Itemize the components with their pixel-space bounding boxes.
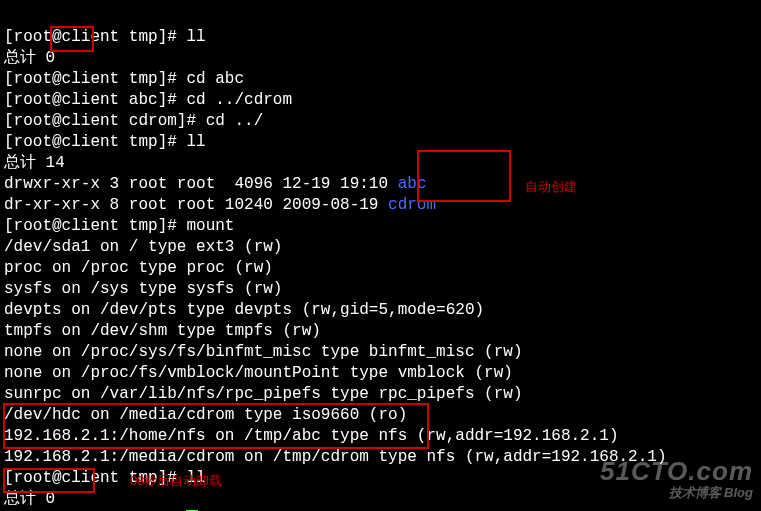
line-cd-cdrom: [root@client abc]# cd ../cdrom	[4, 91, 292, 109]
watermark-site: 51CTO.com	[600, 461, 753, 482]
line-mount-devpts: devpts on /dev/pts type devpts (rw,gid=5…	[4, 301, 484, 319]
line-ls-cdrom: dr-xr-xr-x 8 root root 10240 2009-08-19 …	[4, 196, 436, 214]
line-ll-1: [root@client tmp]# ll	[4, 28, 206, 46]
line-mount-tmpfs: tmpfs on /dev/shm type tmpfs (rw)	[4, 322, 321, 340]
line-mount-proc: proc on /proc type proc (rw)	[4, 259, 273, 277]
line-mount-sunrpc: sunrpc on /var/lib/nfs/rpc_pipefs type r…	[4, 385, 522, 403]
line-mount-nfs-cdrom: 192.168.2.1:/media/cdrom on /tmp/cdrom t…	[4, 448, 667, 466]
note-auto-create: 自动创建	[525, 176, 577, 197]
line-ll-2: [root@client tmp]# ll	[4, 133, 206, 151]
highlight-total-0a	[50, 26, 94, 52]
line-mount-vmblock: none on /proc/fs/vmblock/mountPoint type…	[4, 364, 513, 382]
highlight-dirs	[417, 150, 511, 202]
line-ls-abc: drwxr-xr-x 3 root root 4096 12-19 19:10 …	[4, 175, 426, 193]
highlight-total-0b	[3, 468, 95, 493]
line-mount-sysfs: sysfs on /sys type sysfs (rw)	[4, 280, 282, 298]
line-total-14: 总计 14	[4, 154, 65, 172]
highlight-nfs-mounts	[3, 403, 429, 449]
line-mount-binfmt: none on /proc/sys/fs/binfmt_misc type bi…	[4, 343, 522, 361]
note-auto-unmount: 08秒后自动卸载	[130, 470, 222, 491]
line-total-0a: 总计 0	[4, 49, 55, 67]
line-cd-abc: [root@client tmp]# cd abc	[4, 70, 244, 88]
line-cd-up: [root@client cdrom]# cd ../	[4, 112, 263, 130]
line-mount: [root@client tmp]# mount	[4, 217, 234, 235]
line-mount-sda1: /dev/sda1 on / type ext3 (rw)	[4, 238, 282, 256]
watermark: 51CTO.com 技术博客 Blog	[600, 461, 753, 503]
